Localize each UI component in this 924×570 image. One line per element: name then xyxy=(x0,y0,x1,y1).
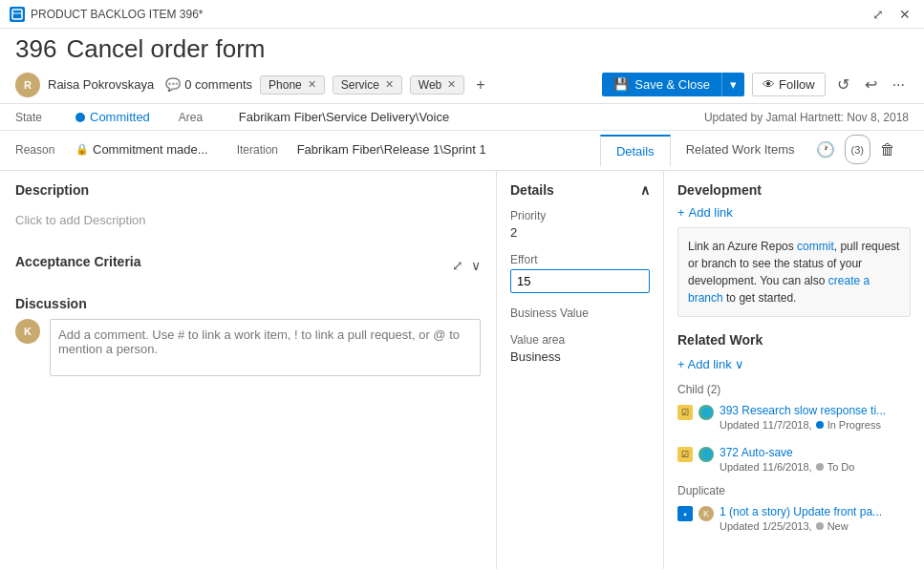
undo-button[interactable]: ↺ xyxy=(833,72,853,97)
details-panel: Details ∧ Priority 2 Effort Business Val… xyxy=(497,171,664,569)
priority-field: Priority 2 xyxy=(510,209,650,240)
title-bar: PRODUCT BACKLOG ITEM 396* ⤢ ✕ xyxy=(0,0,924,29)
svg-rect-0 xyxy=(12,10,22,19)
duplicate-header: Duplicate xyxy=(677,484,911,497)
state-row: State Committed Area Fabrikam Fiber\Serv… xyxy=(0,104,924,131)
item-372-task-icon: ☑ xyxy=(677,447,693,462)
save-close-main[interactable]: 💾 Save & Close xyxy=(602,73,721,96)
item-1-status-dot xyxy=(816,522,824,530)
state-item: State Committed xyxy=(15,110,150,124)
acceptance-icons: ⤢ ∨ xyxy=(452,258,481,273)
tag-web-remove[interactable]: ✕ xyxy=(447,78,456,91)
related-work-title: Related Work xyxy=(677,332,911,348)
title-bar-text: PRODUCT BACKLOG ITEM 396* xyxy=(31,8,204,21)
tab-details[interactable]: Details xyxy=(600,135,671,166)
area-item: Area Fabrikam Fiber\Service Delivery\Voi… xyxy=(179,110,449,124)
description-placeholder[interactable]: Click to add Description xyxy=(15,205,481,235)
duplicate-item-1: ▪ K 1 (not a story) Update front pa... U… xyxy=(677,501,911,536)
left-panel: Description Click to add Description Acc… xyxy=(0,171,497,569)
discussion-avatar-initial: K xyxy=(24,326,32,337)
azure-devops-icon xyxy=(10,7,25,22)
follow-button[interactable]: 👁 Follow xyxy=(752,73,826,96)
history-icon[interactable]: 🕐 xyxy=(810,135,841,164)
header: 396 Cancel order form R Raisa Pokrovskay… xyxy=(0,29,924,104)
discussion-avatar: K xyxy=(15,319,40,344)
item-372-status-dot xyxy=(816,463,824,471)
tag-service-remove[interactable]: ✕ xyxy=(385,78,394,91)
dev-info-text3: to get started. xyxy=(723,291,797,305)
area-path[interactable]: Fabrikam Fiber\Service Delivery\Voice xyxy=(239,110,449,124)
close-button[interactable]: ✕ xyxy=(895,5,914,24)
more-button[interactable]: ··· xyxy=(889,73,909,97)
state-committed: Committed xyxy=(90,110,150,124)
value-area-field: Value area Business xyxy=(510,333,650,364)
iteration-path[interactable]: Fabrikam Fiber\Release 1\Sprint 1 xyxy=(297,142,486,157)
item-393-updated: Updated 11/7/2018, xyxy=(720,419,812,431)
item-1-title[interactable]: 1 (not a story) Update front pa... xyxy=(720,505,911,518)
tag-service[interactable]: Service ✕ xyxy=(333,75,402,95)
work-item-header: 396 Cancel order form xyxy=(15,34,909,64)
right-panel: Development + Add link Link an Azure Rep… xyxy=(664,171,924,569)
item-372-content: 372 Auto-save Updated 11/6/2018, To Do xyxy=(720,446,911,473)
item-1-content: 1 (not a story) Update front pa... Updat… xyxy=(720,505,911,532)
acceptance-section: Acceptance Criteria ⤢ ∨ xyxy=(15,254,481,277)
collapse-icon[interactable]: ∨ xyxy=(471,258,481,273)
item-393-task-icon: ☑ xyxy=(677,405,693,420)
work-item-title: Cancel order form xyxy=(66,34,265,64)
restore-button[interactable]: ⤢ xyxy=(869,5,888,24)
save-close-label: Save & Close xyxy=(634,77,710,92)
delete-icon[interactable]: 🗑 xyxy=(874,135,901,164)
comments-button[interactable]: 💬 0 comments xyxy=(165,77,252,92)
business-value-label: Business Value xyxy=(510,306,650,320)
acceptance-header: Acceptance Criteria ⤢ ∨ xyxy=(15,254,481,277)
discussion-input[interactable] xyxy=(50,319,481,376)
related-item-372: ☑ 🌐 372 Auto-save Updated 11/6/2018, To … xyxy=(677,442,911,476)
state-value[interactable]: Committed xyxy=(75,110,150,124)
tab-related-work-items[interactable]: Related Work Items xyxy=(671,135,810,164)
tag-service-label: Service xyxy=(341,78,379,92)
related-add-link-button[interactable]: + Add link ∨ xyxy=(677,355,744,377)
save-close-dropdown[interactable]: ▾ xyxy=(721,73,744,96)
main-content: Description Click to add Description Acc… xyxy=(0,171,924,569)
comment-icon: 💬 xyxy=(165,77,181,92)
item-393-content: 393 Research slow response ti... Updated… xyxy=(720,404,911,431)
discussion-input-area: K xyxy=(15,319,481,376)
add-tag-button[interactable]: + xyxy=(472,76,488,94)
item-372-title[interactable]: 372 Auto-save xyxy=(720,446,911,459)
dev-add-link-button[interactable]: + Add link xyxy=(677,205,733,227)
item-393-title[interactable]: 393 Research slow response ti... xyxy=(720,404,911,417)
back-button[interactable]: ↩ xyxy=(861,72,881,97)
tag-phone-remove[interactable]: ✕ xyxy=(308,78,316,91)
follow-label: Follow xyxy=(779,77,815,92)
reason-item: Reason 🔒 Commitment made... xyxy=(15,142,208,157)
item-393-avatar: 🌐 xyxy=(698,405,714,420)
expand-icon[interactable]: ⤢ xyxy=(452,258,463,273)
tag-phone[interactable]: Phone ✕ xyxy=(260,75,325,95)
details-collapse-icon[interactable]: ∧ xyxy=(640,182,650,198)
comments-count: 0 comments xyxy=(184,77,252,92)
user-avatar: R xyxy=(15,73,40,97)
reason-value[interactable]: 🔒 Commitment made... xyxy=(75,142,208,157)
priority-label: Priority xyxy=(510,209,650,222)
links-badge[interactable]: (3) xyxy=(845,135,870,164)
save-icon: 💾 xyxy=(613,77,629,92)
item-372-updated: Updated 11/6/2018, xyxy=(720,461,812,473)
discussion-title: Discussion xyxy=(15,296,481,311)
follow-icon: 👁 xyxy=(763,77,775,92)
save-close-button[interactable]: 💾 Save & Close ▾ xyxy=(602,73,744,96)
item-1-status: New xyxy=(827,520,849,532)
tag-web[interactable]: Web ✕ xyxy=(410,75,464,95)
effort-input[interactable] xyxy=(510,269,650,293)
dev-info-box: Link an Azure Repos commit, pull request… xyxy=(677,227,911,317)
commit-link[interactable]: commit xyxy=(797,240,834,253)
item-372-avatar: 🌐 xyxy=(698,447,714,462)
area-label: Area xyxy=(179,111,231,124)
item-393-status-dot xyxy=(816,421,824,429)
item-393-meta: Updated 11/7/2018, In Progress xyxy=(720,419,911,431)
reason-label: Reason xyxy=(15,143,68,157)
item-393-status: In Progress xyxy=(827,419,881,431)
item-372-meta: Updated 11/6/2018, To Do xyxy=(720,461,911,473)
development-title: Development xyxy=(677,182,911,198)
updated-info: Updated by Jamal Hartnett: Nov 8, 2018 xyxy=(704,111,909,124)
details-title: Details ∧ xyxy=(510,182,650,198)
